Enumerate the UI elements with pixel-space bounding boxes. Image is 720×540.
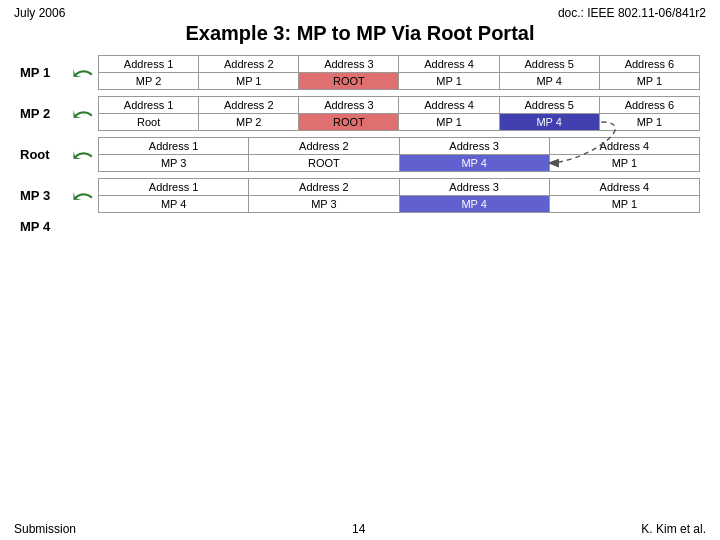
table-root: Address 1Address 2Address 3Address 4MP 3… [98, 137, 700, 172]
col-header-mp2-0: Address 1 [99, 97, 199, 114]
section-mp3: MP 3⤺Address 1Address 2Address 3Address … [20, 178, 700, 213]
col-header-mp1-0: Address 1 [99, 56, 199, 73]
col-header-root-1: Address 2 [249, 138, 399, 155]
cell-mp3-2: MP 4 [399, 196, 549, 213]
col-header-mp2-3: Address 4 [399, 97, 499, 114]
cell-root-2: MP 4 [399, 155, 549, 172]
cell-mp1-5: MP 1 [599, 73, 699, 90]
cell-mp1-4: MP 4 [499, 73, 599, 90]
cell-mp2-0: Root [99, 114, 199, 131]
col-header-mp1-4: Address 5 [499, 56, 599, 73]
table-mp2: Address 1Address 2Address 3Address 4Addr… [98, 96, 700, 131]
label-mp2: MP 2 [20, 106, 68, 121]
section-mp1: MP 1⤺Address 1Address 2Address 3Address … [20, 55, 700, 90]
label-mp3: MP 3 [20, 188, 68, 203]
col-header-mp1-2: Address 3 [299, 56, 399, 73]
green-arrow-icon: ⤺ [72, 142, 94, 168]
label-root: Root [20, 147, 68, 162]
table-mp1: Address 1Address 2Address 3Address 4Addr… [98, 55, 700, 90]
cell-mp2-1: MP 2 [199, 114, 299, 131]
cell-mp3-3: MP 1 [549, 196, 699, 213]
cell-root-3: MP 1 [549, 155, 699, 172]
cell-mp2-3: MP 1 [399, 114, 499, 131]
label-mp1: MP 1 [20, 65, 68, 80]
footer-right: K. Kim et al. [641, 522, 706, 536]
cell-mp1-0: MP 2 [99, 73, 199, 90]
arrow-mp2: ⤺ [68, 101, 98, 127]
cell-mp1-2: ROOT [299, 73, 399, 90]
col-header-mp3-1: Address 2 [249, 179, 399, 196]
col-header-mp3-3: Address 4 [549, 179, 699, 196]
col-header-mp1-5: Address 6 [599, 56, 699, 73]
section-root: Root⤺Address 1Address 2Address 3Address … [20, 137, 700, 172]
arrow-root: ⤺ [68, 142, 98, 168]
table-row: RootMP 2ROOTMP 1MP 4MP 1 [99, 114, 700, 131]
mp4-label: MP 4 [20, 219, 50, 234]
cell-mp3-1: MP 3 [249, 196, 399, 213]
col-header-root-0: Address 1 [99, 138, 249, 155]
cell-mp1-3: MP 1 [399, 73, 499, 90]
table-row: MP 4MP 3MP 4MP 1 [99, 196, 700, 213]
header-left: July 2006 [14, 6, 65, 20]
cell-mp1-1: MP 1 [199, 73, 299, 90]
footer-center: 14 [352, 522, 365, 536]
footer-left: Submission [14, 522, 76, 536]
arrow-mp1: ⤺ [68, 60, 98, 86]
cell-root-0: MP 3 [99, 155, 249, 172]
table-row: MP 3ROOTMP 4MP 1 [99, 155, 700, 172]
table-mp3: Address 1Address 2Address 3Address 4MP 4… [98, 178, 700, 213]
green-arrow-icon: ⤺ [72, 101, 94, 127]
col-header-mp1-3: Address 4 [399, 56, 499, 73]
cell-root-1: ROOT [249, 155, 399, 172]
table-row: MP 2MP 1ROOTMP 1MP 4MP 1 [99, 73, 700, 90]
col-header-root-3: Address 4 [549, 138, 699, 155]
col-header-mp1-1: Address 2 [199, 56, 299, 73]
section-mp2: MP 2⤺Address 1Address 2Address 3Address … [20, 96, 700, 131]
cell-mp2-4: MP 4 [499, 114, 599, 131]
cell-mp2-2: ROOT [299, 114, 399, 131]
green-arrow-icon: ⤺ [72, 183, 94, 209]
arrow-mp3: ⤺ [68, 183, 98, 209]
green-arrow-icon: ⤺ [72, 60, 94, 86]
page-title: Example 3: MP to MP Via Root Portal [186, 22, 535, 44]
col-header-mp3-2: Address 3 [399, 179, 549, 196]
cell-mp3-0: MP 4 [99, 196, 249, 213]
header-right: doc.: IEEE 802.11-06/841r2 [558, 6, 706, 20]
col-header-mp2-2: Address 3 [299, 97, 399, 114]
col-header-mp2-1: Address 2 [199, 97, 299, 114]
cell-mp2-5: MP 1 [599, 114, 699, 131]
col-header-mp2-4: Address 5 [499, 97, 599, 114]
col-header-root-2: Address 3 [399, 138, 549, 155]
col-header-mp3-0: Address 1 [99, 179, 249, 196]
col-header-mp2-5: Address 6 [599, 97, 699, 114]
